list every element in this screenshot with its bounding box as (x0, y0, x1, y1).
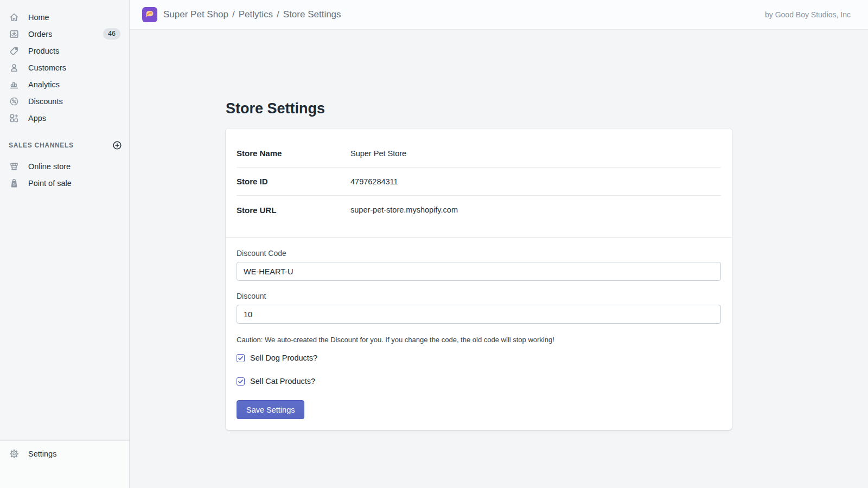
main-area: Super Pet Shop/Petlytics/Store Settings … (130, 0, 868, 488)
save-settings-button[interactable]: Save Settings (237, 400, 304, 419)
store-name-label: Store Name (237, 149, 350, 158)
discount-label: Discount (237, 292, 721, 300)
caution-text: Caution: We auto-created the Discount fo… (237, 336, 721, 344)
sell-cat-checkbox[interactable] (237, 377, 245, 386)
settings-form: Discount Code Discount Caution: We auto-… (226, 237, 732, 430)
discount-input[interactable] (237, 305, 721, 324)
breadcrumb-separator: / (232, 9, 235, 20)
sidebar-item-settings[interactable]: Settings (0, 445, 129, 462)
analytics-icon (9, 79, 20, 90)
sidebar-item-orders[interactable]: Orders 46 (0, 25, 129, 42)
check-icon (238, 378, 244, 384)
store-name-row: Store Name Super Pet Store (237, 139, 721, 168)
sell-cat-checkbox-row: Sell Cat Products? (237, 377, 721, 386)
sales-channels-heading: SALES CHANNELS (9, 142, 74, 149)
sidebar-item-label: Point of sale (28, 179, 72, 188)
sidebar-item-label: Orders (28, 30, 52, 38)
app-logo-icon (142, 7, 157, 22)
orders-count-badge: 46 (103, 28, 120, 40)
sidebar-item-label: Online store (28, 162, 71, 171)
orders-icon (9, 29, 20, 40)
store-id-value: 47976284311 (350, 177, 398, 186)
sidebar-item-discounts[interactable]: Discounts (0, 93, 129, 110)
sidebar-item-label: Settings (28, 450, 56, 458)
sidebar-item-label: Products (28, 47, 59, 55)
store-id-label: Store ID (237, 177, 350, 186)
breadcrumb-item-app[interactable]: Petlytics (239, 9, 273, 20)
sidebar-item-label: Apps (28, 114, 46, 123)
products-icon (9, 46, 20, 56)
sidebar-item-apps[interactable]: Apps (0, 110, 129, 126)
point-of-sale-icon: S (9, 178, 20, 189)
breadcrumb-item-page: Store Settings (283, 9, 341, 20)
add-channel-button[interactable] (112, 140, 122, 150)
home-icon (9, 12, 20, 23)
content: Store Settings Store Name Super Pet Stor… (130, 30, 868, 488)
store-settings-card: Store Name Super Pet Store Store ID 4797… (226, 129, 732, 430)
check-icon (238, 355, 244, 361)
sidebar-footer: Settings (0, 440, 129, 488)
breadcrumb: Super Pet Shop/Petlytics/Store Settings (163, 9, 341, 20)
discounts-icon (9, 96, 20, 107)
sidebar-item-products[interactable]: Products (0, 42, 129, 59)
store-id-row: Store ID 47976284311 (237, 168, 721, 196)
sidebar-item-label: Discounts (28, 97, 63, 106)
apps-icon (9, 113, 20, 124)
sell-dog-checkbox[interactable] (237, 354, 245, 362)
sidebar-item-label: Analytics (28, 80, 60, 89)
customers-icon (9, 62, 20, 73)
sidebar-nav: Home Orders 46 Products Customers (0, 0, 129, 191)
topbar: Super Pet Shop/Petlytics/Store Settings … (130, 0, 868, 30)
sidebar: Home Orders 46 Products Customers (0, 0, 130, 488)
sidebar-item-online-store[interactable]: Online store (0, 158, 129, 175)
online-store-icon (9, 161, 20, 172)
sidebar-item-label: Customers (28, 63, 66, 72)
topbar-byline: by Good Boy Studios, Inc (765, 10, 851, 19)
store-name-value: Super Pet Store (350, 149, 406, 158)
sidebar-item-label: Home (28, 13, 49, 22)
sidebar-item-home[interactable]: Home (0, 9, 129, 25)
sell-dog-label: Sell Dog Products? (250, 354, 317, 362)
discount-code-label: Discount Code (237, 249, 721, 258)
breadcrumb-item-store[interactable]: Super Pet Shop (163, 9, 228, 20)
page-title: Store Settings (226, 100, 732, 117)
gear-icon (9, 448, 20, 459)
sidebar-item-customers[interactable]: Customers (0, 59, 129, 76)
store-url-value: super-pet-store.myshopify.com (350, 206, 458, 214)
sell-cat-label: Sell Cat Products? (250, 377, 315, 386)
svg-text:S: S (12, 181, 15, 186)
sidebar-item-analytics[interactable]: Analytics (0, 76, 129, 93)
breadcrumb-separator: / (277, 9, 279, 20)
store-url-row: Store URL super-pet-store.myshopify.com (237, 196, 721, 224)
sales-channels-section: SALES CHANNELS Online store S Point of s… (0, 140, 129, 191)
discount-code-input[interactable] (237, 262, 721, 281)
store-info-section: Store Name Super Pet Store Store ID 4797… (226, 129, 732, 237)
sidebar-item-point-of-sale[interactable]: S Point of sale (0, 175, 129, 191)
sell-dog-checkbox-row: Sell Dog Products? (237, 354, 721, 362)
store-url-label: Store URL (237, 206, 350, 215)
